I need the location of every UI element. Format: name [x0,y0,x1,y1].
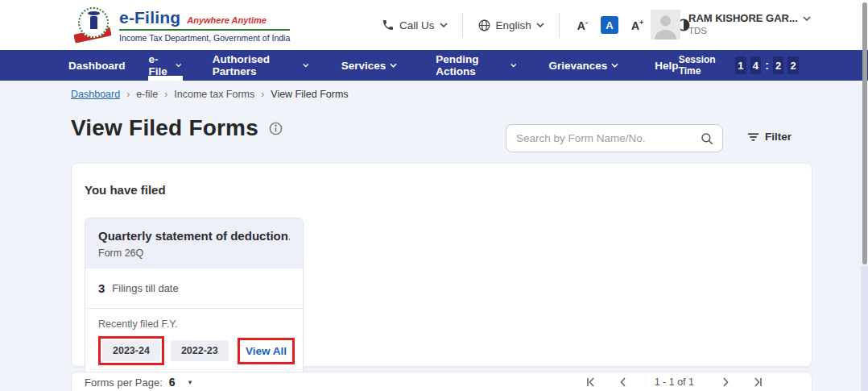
form-card-26q[interactable]: Quarterly statement of deduction… Form 2… [85,218,304,376]
view-all-link[interactable]: View All [242,342,291,360]
chevron-down-icon [176,63,181,68]
breadcrumb-income-tax-forms[interactable]: Income tax Forms [174,89,254,100]
year-chip-2022-23[interactable]: 2022-23 [171,340,229,361]
scrollbar-track[interactable] [861,266,868,391]
brand-divider [119,29,290,31]
chevron-left-icon [618,376,629,388]
brand-logo[interactable]: e-Filing Anywhere Anytime Income Tax Dep… [76,6,290,44]
annotation-box-view-all: View All [238,338,295,364]
chevron-right-icon [720,376,731,388]
brand-subtitle: Income Tax Department, Government of Ind… [119,33,290,43]
pagination-bar: Forms per Page: 6 ▾ 1 - 1 of 1 [71,372,812,391]
font-normal-button[interactable]: A [601,16,618,34]
nav-authorised-partners[interactable]: Authorised Partners [213,50,309,81]
chevron-down-icon [611,63,618,68]
chevron-down-icon [390,63,397,68]
info-icon[interactable] [268,121,283,136]
user-menu[interactable]: RAM KISHORE GAR... TDS [651,10,811,40]
nav-services[interactable]: Services [341,50,398,81]
nav-dashboard[interactable]: Dashboard [68,50,126,81]
last-page-icon [752,376,763,388]
globe-icon [477,19,491,32]
session-timer: Session Time 1 4 : 2 2 [679,54,799,77]
session-digit: 4 [750,56,762,74]
scrollbar-thumb[interactable] [862,2,867,264]
nav-e-file[interactable]: e-File [149,50,182,81]
avatar [651,10,680,40]
user-name: RAM KISHORE GAR... [688,12,798,24]
filings-label: Filings till date [112,282,178,294]
nav-help[interactable]: Help [655,50,678,81]
session-digit: 2 [787,56,799,74]
header-tools: Call Us English A- A A+ [382,0,691,50]
filed-forms-panel: You have filed Quarterly statement of de… [71,163,812,367]
filter-label: Filter [765,131,792,143]
brand-tagline: Anywhere Anytime [187,15,267,25]
brand-title: e-Filing [119,8,180,27]
next-page-button[interactable] [720,376,731,388]
page-range: 1 - 1 of 1 [655,376,694,388]
user-role: TDS [688,26,811,35]
forms-per-page: Forms per Page: 6 ▾ [85,376,192,389]
year-chip-2023-24[interactable]: 2023-24 [102,340,160,361]
filter-icon [747,132,759,142]
font-decrease-button[interactable]: A- [574,17,591,34]
divider [559,13,560,37]
breadcrumb: Dashboard › e-file › Income tax Forms › … [71,89,349,100]
section-title: You have filed [85,183,799,197]
per-page-value: 6 [169,376,176,389]
per-page-label: Forms per Page: [85,376,163,389]
breadcrumb-e-file[interactable]: e-file [136,89,158,100]
call-us-label: Call Us [399,19,435,31]
previous-page-button[interactable] [618,376,629,388]
chevron-down-icon [536,23,544,27]
phone-icon [382,19,395,31]
last-page-button[interactable] [752,376,763,388]
form-title: Quarterly statement of deduction… [98,229,290,243]
form-number: Form 26Q [98,247,290,259]
chevron-down-icon [303,63,308,68]
session-digit: 2 [773,56,784,74]
top-header: e-Filing Anywhere Anytime Income Tax Dep… [0,0,868,50]
breadcrumb-view-filed-forms: View Filed Forms [271,89,348,100]
income-tax-emblem-icon [76,6,111,44]
font-increase-button[interactable]: A+ [628,17,647,34]
nav-grievances[interactable]: Grievances [549,50,619,81]
per-page-dropdown[interactable]: ▾ [188,378,192,386]
breadcrumb-dashboard[interactable]: Dashboard [71,89,120,100]
first-page-icon [585,376,597,388]
call-us-menu[interactable]: Call Us [382,19,448,31]
language-label: English [496,19,531,31]
search-input[interactable] [516,132,700,144]
session-digit: 1 [735,56,746,74]
form-card-header: Quarterly statement of deduction… Form 2… [85,218,303,268]
chevron-down-icon [510,63,516,68]
nav-pending-actions[interactable]: Pending Actions [436,50,516,81]
main-nav: Dashboard e-File Authorised Partners Ser… [0,50,868,81]
recently-filed-label: Recently filed F.Y. [98,318,295,330]
chevron-down-icon [803,16,811,21]
language-menu[interactable]: English [477,19,544,32]
annotation-box-year-2023-24: 2023-24 [98,336,164,365]
filings-count: 3 [98,281,105,295]
search-box [506,124,723,152]
chevron-down-icon [440,23,448,27]
page-title: View Filed Forms [71,115,258,141]
first-page-button[interactable] [585,376,597,388]
search-icon[interactable] [700,131,714,146]
filter-button[interactable]: Filter [747,131,792,143]
session-time-label: Session Time [679,54,729,77]
divider [462,13,463,37]
